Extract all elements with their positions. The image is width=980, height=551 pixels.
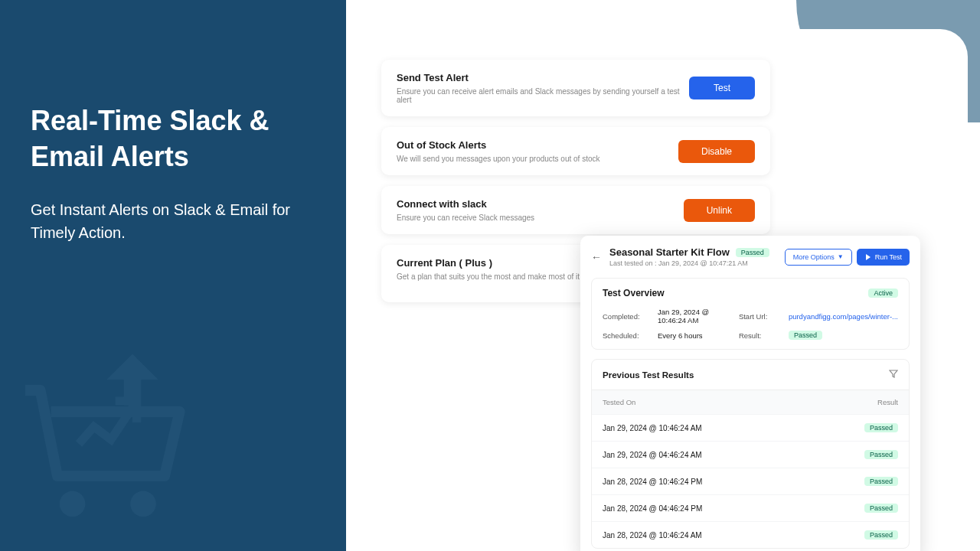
results-title: Previous Test Results xyxy=(603,370,694,380)
unlink-button[interactable]: Unlink xyxy=(684,199,755,222)
col-tested-on: Tested On xyxy=(603,398,635,406)
result-badge: Passed xyxy=(864,530,898,540)
result-badge: Passed xyxy=(789,331,822,340)
previous-results-card: Previous Test Results Tested On Result J… xyxy=(591,359,910,549)
completed-label: Completed: xyxy=(603,312,650,321)
result-badge: Passed xyxy=(864,423,898,432)
test-button[interactable]: Test xyxy=(689,77,755,99)
scheduled-value: Every 6 hours xyxy=(658,331,731,340)
app-panel: Send Test Alert Ensure you can receive a… xyxy=(346,29,968,551)
setting-card-slack: Connect with slack Ensure you can receiv… xyxy=(381,186,770,234)
overview-title: Test Overview xyxy=(603,288,664,298)
scheduled-label: Scheduled: xyxy=(603,331,650,340)
flow-last-tested: Last tested on : Jan 29, 2024 @ 10:47:21… xyxy=(609,259,777,267)
setting-title: Connect with slack xyxy=(397,198,684,210)
result-date: Jan 28, 2024 @ 10:46:24 PM xyxy=(603,478,702,486)
hero-title: Real-Time Slack & Email Alerts xyxy=(31,103,315,175)
result-date: Jan 28, 2024 @ 04:46:24 PM xyxy=(603,504,702,513)
results-columns: Tested On Result xyxy=(592,390,909,414)
result-badge: Passed xyxy=(864,477,898,486)
flow-detail-panel: ← Seasonal Starter Kit Flow Passed Last … xyxy=(580,236,920,551)
flow-title: Seasonal Starter Kit Flow xyxy=(609,246,730,258)
result-row[interactable]: Jan 28, 2024 @ 04:46:24 PM Passed xyxy=(592,494,909,521)
active-badge: Active xyxy=(868,289,898,298)
completed-value: Jan 29, 2024 @ 10:46:24 AM xyxy=(658,308,731,324)
back-arrow-icon[interactable]: ← xyxy=(591,251,602,263)
result-date: Jan 28, 2024 @ 10:46:24 AM xyxy=(603,531,702,540)
run-test-button[interactable]: Run Test xyxy=(857,249,910,266)
filter-icon[interactable] xyxy=(889,369,898,380)
disable-button[interactable]: Disable xyxy=(678,140,755,163)
result-date: Jan 29, 2024 @ 04:46:24 AM xyxy=(603,451,702,459)
chevron-down-icon: ▼ xyxy=(838,253,844,260)
result-row[interactable]: Jan 28, 2024 @ 10:46:24 PM Passed xyxy=(592,468,909,494)
setting-title: Out of Stock Alerts xyxy=(397,139,678,151)
setting-desc: Ensure you can receive alert emails and … xyxy=(397,87,689,104)
svg-point-1 xyxy=(130,491,156,517)
play-icon xyxy=(864,253,872,261)
hero-subtitle: Get Instant Alerts on Slack & Email for … xyxy=(31,198,315,244)
col-result: Result xyxy=(877,398,898,406)
test-overview-card: Test Overview Active Completed: Jan 29, … xyxy=(591,278,910,350)
setting-card-out-of-stock: Out of Stock Alerts We will send you mes… xyxy=(381,127,770,175)
cart-chart-icon xyxy=(4,337,218,551)
result-row[interactable]: Jan 29, 2024 @ 10:46:24 AM Passed xyxy=(592,414,909,441)
svg-point-0 xyxy=(60,491,86,517)
status-badge: Passed xyxy=(736,248,769,257)
more-options-button[interactable]: More Options ▼ xyxy=(785,249,852,266)
starturl-label: Start Url: xyxy=(739,312,781,321)
result-badge: Passed xyxy=(864,450,898,459)
hero-panel: Real-Time Slack & Email Alerts Get Insta… xyxy=(0,0,346,551)
result-row[interactable]: Jan 29, 2024 @ 04:46:24 AM Passed xyxy=(592,441,909,468)
result-row[interactable]: Jan 28, 2024 @ 10:46:24 AM Passed xyxy=(592,521,909,548)
flow-header: ← Seasonal Starter Kit Flow Passed Last … xyxy=(591,246,910,267)
setting-card-test-alert: Send Test Alert Ensure you can receive a… xyxy=(381,60,770,116)
result-label: Result: xyxy=(739,331,781,340)
result-badge: Passed xyxy=(864,504,898,513)
setting-title: Send Test Alert xyxy=(397,72,689,83)
setting-desc: We will send you messages upon your prod… xyxy=(397,155,678,163)
result-date: Jan 29, 2024 @ 10:46:24 AM xyxy=(603,424,702,432)
setting-desc: Ensure you can receive Slack messages xyxy=(397,214,684,222)
starturl-link[interactable]: purdyandfigg.com/pages/winter-... xyxy=(789,312,898,321)
